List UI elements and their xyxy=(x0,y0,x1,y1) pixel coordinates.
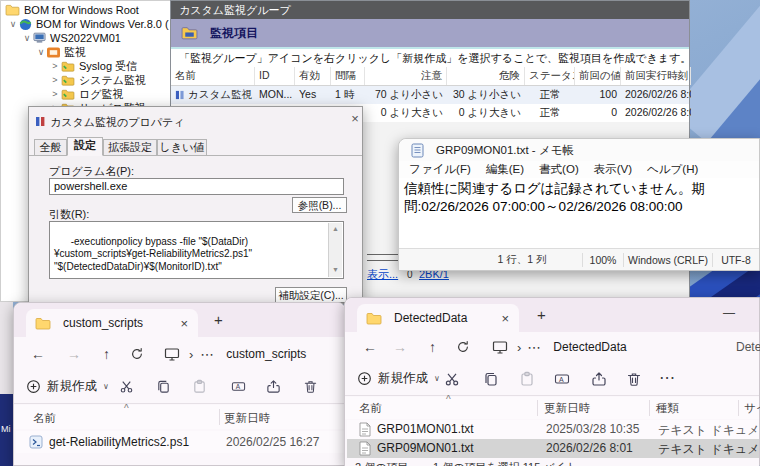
explorer-statusbar: 2 個の項目 1 個の項目を選択 115 バイト xyxy=(345,459,759,466)
sort-asc-icon: ^ xyxy=(124,403,129,414)
expand-open-icon[interactable]: ∨ xyxy=(7,19,19,29)
properties-dialog-icon xyxy=(35,116,46,127)
expand-closed-icon[interactable]: > xyxy=(49,61,61,71)
new-item-button[interactable]: 新規作成 ∨ xyxy=(26,378,109,395)
file-row-selected[interactable]: GRP09MON01.txt 2026/02/26 8:01 テキスト ドキュメ… xyxy=(347,439,759,458)
arguments-textarea[interactable]: -executionpolicy bypass -file "$(DataDir… xyxy=(49,221,344,279)
column-size[interactable]: サイ xyxy=(744,401,760,416)
expand-closed-icon[interactable]: > xyxy=(49,89,61,99)
new-tab-icon[interactable]: + xyxy=(214,311,223,328)
explorer-tab[interactable]: custom_scripts × xyxy=(26,309,198,337)
forward-icon[interactable]: → xyxy=(393,339,407,355)
menu-view[interactable]: 表示(V) xyxy=(594,162,632,177)
explorer-tabbar: DetectedData × + — xyxy=(345,298,759,332)
scroll-down-icon[interactable]: ▼ xyxy=(332,266,339,275)
explorer-tabbar: custom_scripts × + xyxy=(14,303,345,337)
delete-icon[interactable] xyxy=(303,379,318,394)
ps1-file-icon xyxy=(29,435,43,449)
cut-icon[interactable] xyxy=(119,379,134,394)
copy-icon[interactable] xyxy=(156,379,171,394)
tab-close-icon[interactable]: × xyxy=(501,311,509,326)
monitor-instruction: 「監視グループ」アイコンを右クリックし「新規作成」を選択することで、監視項目を作… xyxy=(171,49,689,67)
forward-icon[interactable]: → xyxy=(67,346,81,362)
paste-icon[interactable] xyxy=(192,379,207,394)
delete-icon[interactable] xyxy=(626,371,642,387)
tab-threshold[interactable]: しきい値 xyxy=(157,139,207,156)
expand-closed-icon[interactable]: > xyxy=(49,75,61,85)
line-ending: Windows (CRLF) xyxy=(624,254,712,266)
breadcrumb-chevron-icon: › xyxy=(189,347,193,362)
file-name[interactable]: GRP01MON01.txt xyxy=(377,422,474,436)
folder-icon xyxy=(5,4,20,16)
tab-label: DetectedData xyxy=(394,311,467,325)
folder-icon xyxy=(61,75,75,86)
breadcrumb[interactable]: custom_scripts xyxy=(226,347,306,361)
tab-close-icon[interactable]: × xyxy=(180,316,188,331)
refresh-icon[interactable] xyxy=(456,340,470,354)
share-icon[interactable] xyxy=(591,371,607,387)
breadcrumb-more-icon[interactable]: ⋯ xyxy=(527,339,541,355)
share-icon[interactable] xyxy=(266,379,281,394)
up-icon[interactable]: ↑ xyxy=(103,346,110,362)
back-icon[interactable]: ← xyxy=(31,346,45,362)
menu-file[interactable]: ファイル(F) xyxy=(409,162,471,177)
tab-general[interactable]: 全般 xyxy=(34,139,67,156)
breadcrumb-chevron-icon: › xyxy=(517,340,521,355)
dialog-title: カスタム監視のプロパティ xyxy=(50,115,185,130)
file-row[interactable]: get-ReliabilityMetrics2.ps1 2026/02/25 1… xyxy=(16,431,345,453)
textarea-scrollbar[interactable]: ▲ ▼ xyxy=(328,223,342,277)
this-pc-icon[interactable] xyxy=(492,340,508,354)
close-icon[interactable]: × xyxy=(347,111,363,126)
search-box-fragment[interactable]: Dete xyxy=(736,340,760,354)
up-icon[interactable]: ↑ xyxy=(429,339,436,355)
new-tab-icon[interactable]: + xyxy=(537,306,546,323)
notepad-text-area[interactable]: 信頼性に関連するログは記録されていません。期間:02/26/2026 07:00… xyxy=(399,178,759,254)
cut-icon[interactable] xyxy=(444,371,460,387)
copy-icon[interactable] xyxy=(483,371,499,387)
tab-advanced[interactable]: 拡張設定 xyxy=(103,139,157,156)
menu-edit[interactable]: 編集(E) xyxy=(486,162,524,177)
expand-open-icon[interactable]: ∨ xyxy=(35,47,47,57)
monitor-section-band[interactable]: 監視項目 xyxy=(171,19,689,49)
column-type[interactable]: 種類 xyxy=(656,401,679,416)
explorer-tab[interactable]: DetectedData × xyxy=(357,304,519,332)
cursor-position: 1 行、1 列 xyxy=(462,253,582,267)
items-count: 2 個の項目 xyxy=(355,460,408,466)
txt-file-icon xyxy=(359,441,371,456)
monitor-table-header[interactable]: 名前 ID 有効 間隔 注意 危険 ステータス 前回の値 前回実行時刻 xyxy=(171,67,689,86)
paste-icon[interactable] xyxy=(519,371,535,387)
rename-icon[interactable]: A xyxy=(554,371,570,387)
column-date[interactable]: 更新日時 xyxy=(544,401,590,416)
this-pc-icon[interactable] xyxy=(164,347,180,361)
more-commands-icon[interactable]: ⋯ xyxy=(659,368,675,387)
minimize-icon[interactable]: — xyxy=(723,306,735,320)
sort-asc-icon: ^ xyxy=(446,394,451,405)
aux-settings-button[interactable]: 補助設定(C)... xyxy=(275,287,347,303)
file-name[interactable]: get-ReliabilityMetrics2.ps1 xyxy=(49,435,189,449)
notepad-title: GRP09MON01.txt - メモ帳 xyxy=(436,143,574,158)
scroll-up-icon[interactable]: ▲ xyxy=(332,225,339,234)
back-icon[interactable]: ← xyxy=(363,339,377,355)
breadcrumb-more-icon[interactable]: ⋯ xyxy=(200,346,214,362)
monitor-table-row[interactable]: カスタム監視 MON... Yes 1 時 70 より小さい 30 より小さい … xyxy=(171,86,689,104)
browse-button[interactable]: 参照(B)... xyxy=(292,197,347,213)
notepad-titlebar[interactable]: GRP09MON01.txt - メモ帳 — xyxy=(399,139,759,161)
menu-help[interactable]: ヘルプ(H) xyxy=(647,162,698,177)
circle-plus-icon xyxy=(26,379,41,394)
column-name[interactable]: 名前 xyxy=(33,411,56,426)
column-name[interactable]: 名前 xyxy=(359,401,382,416)
expand-open-icon[interactable]: ∨ xyxy=(21,33,33,43)
program-name-input[interactable]: powershell.exe xyxy=(49,178,344,195)
show-link[interactable]: 表示... xyxy=(367,267,398,282)
breadcrumb[interactable]: DetectedData xyxy=(553,340,626,354)
column-date[interactable]: 更新日時 xyxy=(224,411,270,426)
menu-format[interactable]: 書式(O) xyxy=(539,162,579,177)
tab-settings[interactable]: 設定 xyxy=(67,137,103,156)
refresh-icon[interactable] xyxy=(130,347,144,361)
file-row[interactable]: GRP01MON01.txt 2025/03/28 10:35 テキスト ドキュ… xyxy=(347,420,759,439)
file-date: 2026/02/26 8:01 xyxy=(546,441,633,455)
circle-plus-icon xyxy=(357,371,372,386)
new-item-button[interactable]: 新規作成 ∨ xyxy=(357,370,440,387)
rename-icon[interactable]: A xyxy=(231,379,246,394)
file-name[interactable]: GRP09MON01.txt xyxy=(377,441,474,455)
